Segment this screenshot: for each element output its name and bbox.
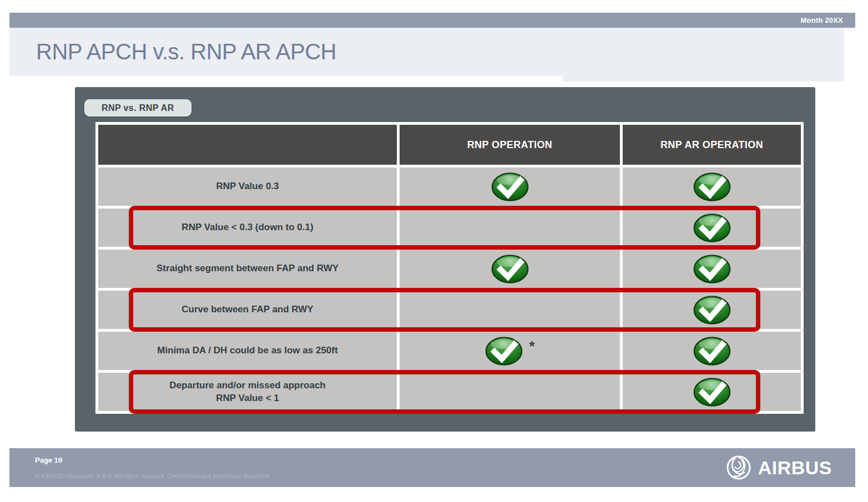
rnp-ar-operation-cell — [623, 168, 801, 206]
column-header-rnp-operation: RNP OPERATION — [400, 125, 620, 165]
top-bar: Month 20XX — [9, 13, 855, 28]
check-icon — [693, 295, 731, 326]
rnp-ar-operation-cell — [623, 332, 801, 370]
check-icon — [693, 212, 731, 244]
column-header-rnp-ar-operation: RNP AR OPERATION — [623, 125, 801, 165]
row-label: Straight segment between FAP and RWY — [98, 250, 397, 288]
check-icon — [693, 377, 731, 408]
date-label: Month 20XX — [801, 16, 855, 24]
rnp-ar-operation-cell — [623, 250, 801, 288]
check-icon — [693, 336, 731, 367]
rnp-operation-cell: * — [400, 332, 620, 370]
panel-tab: RNP vs. RNP AR — [84, 99, 191, 116]
rnp-operation-cell — [400, 250, 620, 288]
check-icon — [693, 171, 731, 202]
comparison-table: RNP OPERATIONRNP AR OPERATIONRNP Value 0… — [95, 122, 804, 414]
row-label: Minima DA / DH could be as low as 250ft — [98, 332, 397, 370]
rnp-operation-cell — [400, 291, 620, 329]
check-icon — [693, 253, 731, 285]
copyright-notice: © AIRBUS Operations S.A.S. All rights re… — [35, 473, 271, 479]
rnp-ar-operation-cell — [623, 373, 801, 411]
page-number: Page 19 — [35, 456, 62, 464]
row-label: RNP Value < 0.3 (down to 0.1) — [98, 209, 397, 247]
check-icon — [485, 336, 523, 367]
airbus-logo: AIRBUS — [726, 448, 832, 487]
row-label: Departure and/or missed approach RNP Val… — [98, 373, 397, 411]
title-band-extension — [563, 28, 844, 82]
airbus-wordmark: AIRBUS — [758, 457, 832, 479]
row-label: RNP Value 0.3 — [98, 168, 397, 206]
rnp-operation-cell — [400, 168, 620, 206]
check-icon — [491, 253, 529, 285]
comparison-panel: RNP vs. RNP AR RNP OPERATIONRNP AR OPERA… — [75, 87, 815, 432]
page-title: RNP APCH v.s. RNP AR APCH — [9, 39, 336, 64]
airbus-swirl-icon — [726, 455, 751, 480]
column-header-blank — [98, 125, 397, 165]
row-label: Curve between FAP and RWY — [98, 291, 397, 329]
rnp-ar-operation-cell — [623, 291, 801, 329]
footer-bar: Page 19 © AIRBUS Operations S.A.S. All r… — [9, 448, 855, 487]
slide: Month 20XX RNP APCH v.s. RNP AR APCH RNP… — [0, 0, 868, 502]
rnp-operation-cell — [400, 373, 620, 411]
check-icon — [491, 171, 529, 202]
asterisk-note: * — [529, 338, 534, 355]
title-band: RNP APCH v.s. RNP AR APCH — [9, 28, 563, 76]
rnp-ar-operation-cell — [623, 209, 801, 247]
rnp-operation-cell — [400, 209, 620, 247]
